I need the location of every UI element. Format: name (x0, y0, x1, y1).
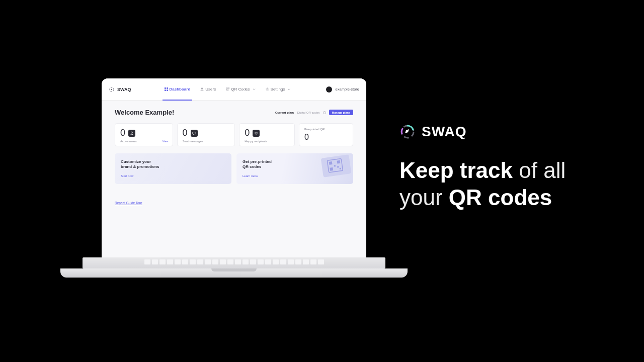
info-icon[interactable] (323, 111, 326, 114)
heart-icon (253, 130, 260, 137)
svg-rect-23 (337, 166, 339, 167)
svg-rect-6 (165, 89, 166, 91)
user-icon (200, 87, 204, 91)
hero-brand-text: SWAQ (422, 124, 467, 140)
marketing-hero: SWAQ Keep track of all your QR codes (399, 124, 611, 211)
svg-rect-20 (337, 160, 341, 164)
chevron-down-icon (253, 88, 256, 91)
svg-rect-24 (340, 168, 341, 169)
plan-bar: Current plan: Digital QR codes Manage pl… (275, 110, 353, 115)
stat-active-users: 0 Active users View (115, 123, 173, 146)
plan-name: Digital QR codes (297, 111, 320, 114)
stat-value: 0 (120, 128, 125, 138)
account-name: example-store (335, 87, 359, 92)
page-body: Welcome Example! Current plan: Digital Q… (102, 101, 366, 214)
qr-icon (226, 87, 229, 91)
gear-icon (266, 87, 269, 91)
svg-rect-5 (167, 87, 168, 89)
svg-point-13 (267, 88, 268, 90)
svg-point-15 (131, 132, 133, 133)
stats-row: 0 Active users View 0 Sen (115, 123, 353, 146)
topbar: SWAQ Dashboard Users QR Codes (102, 78, 366, 101)
svg-point-14 (266, 88, 269, 91)
stat-happy-recipients: 0 Happy recipients (239, 123, 295, 146)
avatar (326, 86, 332, 93)
repeat-guide-tour-link[interactable]: Repeat Guide Tour (115, 201, 142, 205)
svg-rect-7 (167, 89, 168, 91)
svg-rect-16 (192, 132, 195, 134)
account-menu[interactable]: example-store (326, 86, 359, 93)
hero-headline: Keep track of all your QR codes (399, 157, 611, 211)
message-icon (191, 130, 198, 137)
users-icon (128, 130, 135, 137)
page-title: Welcome Example! (115, 109, 174, 116)
stat-label: Happy recipients (245, 140, 289, 143)
svg-rect-4 (165, 87, 166, 89)
laptop-base (60, 257, 408, 278)
stat-value: 0 (304, 133, 348, 142)
svg-rect-12 (228, 90, 229, 90)
promo-customize[interactable]: Customize your brand & promotions Start … (115, 153, 231, 184)
nav-qrcodes[interactable]: QR Codes (221, 78, 260, 101)
promo-title: Get pre-printed QR codes (243, 159, 303, 170)
nav-users[interactable]: Users (195, 78, 221, 101)
plan-label: Current plan: (275, 111, 294, 114)
app-brand[interactable]: SWAQ (109, 86, 131, 93)
stat-value: 0 (245, 128, 250, 138)
nav-dashboard[interactable]: Dashboard (159, 78, 196, 101)
stat-label: Active users (120, 140, 168, 143)
app-screen: SWAQ Dashboard Users QR Codes (102, 78, 366, 258)
manage-plans-button[interactable]: Manage plans (329, 110, 353, 115)
keyboard (83, 257, 385, 268)
promo-preprinted[interactable]: Get pre-printed QR codes Learn more (236, 153, 353, 184)
svg-rect-21 (330, 167, 333, 171)
view-link[interactable]: View (163, 140, 169, 143)
svg-point-8 (201, 88, 203, 89)
svg-rect-22 (334, 165, 336, 166)
stat-preprinted-qr: Pre-printed QR : 0 (299, 123, 353, 146)
svg-marker-3 (111, 88, 112, 90)
laptop-mockup: SWAQ Dashboard Users QR Codes (60, 78, 408, 285)
nav-settings[interactable]: Settings (261, 78, 296, 101)
promo-cta[interactable]: Start now (121, 174, 133, 177)
promo-cta[interactable]: Learn more (243, 174, 258, 177)
promo-row: Customize your brand & promotions Start … (115, 153, 353, 184)
stat-label: Pre-printed QR : (304, 128, 348, 131)
swaq-logo-icon (109, 86, 115, 93)
stat-label: Sent messages (183, 140, 230, 143)
stat-sent-messages: 0 Sent messages (177, 123, 235, 146)
dashboard-icon (165, 87, 168, 91)
stat-value: 0 (183, 128, 188, 138)
main-nav: Dashboard Users QR Codes Settings (159, 78, 296, 101)
hero-logo: SWAQ (399, 124, 611, 140)
qr-card-illustration (313, 154, 353, 179)
chevron-down-icon (287, 88, 290, 91)
svg-rect-9 (226, 87, 227, 89)
svg-rect-11 (226, 89, 227, 91)
svg-rect-17 (321, 154, 352, 177)
app-brand-text: SWAQ (117, 87, 131, 92)
svg-rect-19 (329, 161, 333, 165)
promo-title: Customize your brand & promotions (121, 159, 181, 170)
svg-rect-10 (228, 87, 229, 89)
